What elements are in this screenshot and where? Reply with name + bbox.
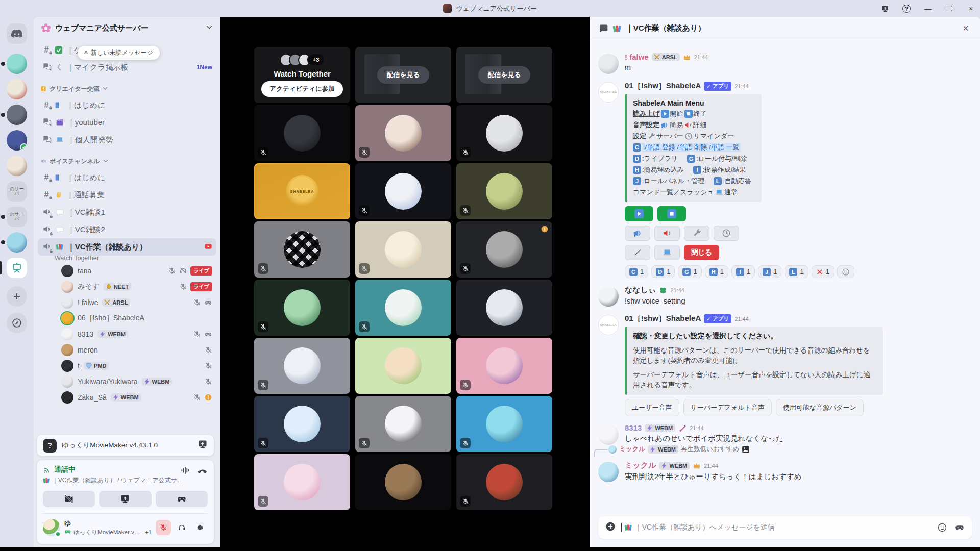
close-menu-button[interactable]: 閉じる xyxy=(684,245,719,260)
server-girl[interactable] xyxy=(7,156,27,176)
voice-member-row[interactable]: みそすNEETライブ xyxy=(38,279,216,294)
embed-button[interactable]: 使用可能な音源パターン xyxy=(776,399,864,416)
reply-context[interactable]: ミックルWEBM再生数低いおすすめ xyxy=(608,445,971,454)
plus-circle-icon[interactable] xyxy=(605,521,616,532)
author-name[interactable]: 8313 xyxy=(625,423,642,432)
user-video-tile[interactable] xyxy=(254,221,350,278)
normal-button[interactable] xyxy=(654,245,680,260)
settings-button[interactable] xyxy=(192,520,208,535)
watch-stream-button[interactable]: 配信を見る xyxy=(478,66,530,84)
user-video-tile[interactable] xyxy=(254,396,350,452)
bot-avatar[interactable]: SHABELEA xyxy=(598,82,619,103)
join-activity-button[interactable]: アクティビティに参加 xyxy=(261,81,342,97)
user-video-tile[interactable] xyxy=(456,454,552,510)
reaction[interactable]: D1 xyxy=(651,265,675,278)
smile-icon[interactable] xyxy=(937,522,947,533)
add-server-button[interactable] xyxy=(7,286,27,307)
chevron-down-icon[interactable] xyxy=(205,23,213,31)
server-kiss[interactable] xyxy=(7,232,27,253)
titlebar-close-button[interactable]: × xyxy=(966,4,976,14)
channel-｜マイクラ掲示板[interactable]: く｜マイクラ掲示板1New xyxy=(38,59,216,76)
avatar[interactable] xyxy=(598,462,619,482)
detail-voice-button[interactable] xyxy=(654,226,680,241)
user-video-tile[interactable] xyxy=(456,163,552,219)
author-name[interactable]: ! falwe xyxy=(625,53,649,61)
deafen-button[interactable] xyxy=(174,520,189,535)
simple-voice-button[interactable] xyxy=(625,226,650,241)
pad-icon[interactable] xyxy=(954,522,965,533)
activity-button[interactable] xyxy=(156,491,208,507)
user-video-tile[interactable] xyxy=(456,338,552,394)
user-avatar[interactable] xyxy=(43,519,60,536)
embed-button[interactable]: サーバーデフォルト音声 xyxy=(683,399,772,416)
voice-member-row[interactable]: Zàkø_SâWEBM xyxy=(38,389,216,405)
reminder-button[interactable] xyxy=(714,226,739,241)
avatar[interactable] xyxy=(598,424,619,445)
user-video-tile[interactable] xyxy=(254,105,350,161)
channel-｜通話募集[interactable]: #｜通話募集 xyxy=(38,186,216,204)
voice-member-row[interactable]: tanaライブ xyxy=(38,263,216,279)
server-icon-easel[interactable] xyxy=(7,258,27,278)
voice-member-row[interactable]: tPMD xyxy=(38,358,216,373)
server-dark-portrait[interactable] xyxy=(7,105,27,125)
voice-member-row[interactable]: 06［!sho］ShabeleA xyxy=(38,310,216,326)
user-video-tile[interactable] xyxy=(355,163,451,219)
reaction[interactable]: J1 xyxy=(758,265,781,278)
channel-｜VC雑談1[interactable]: ｜VC雑談1 xyxy=(38,204,216,221)
server-pixel-red[interactable] xyxy=(7,79,27,99)
close-chat-button[interactable]: × xyxy=(960,22,972,34)
user-video-tile[interactable] xyxy=(355,221,451,278)
reaction[interactable]: G1 xyxy=(678,265,701,278)
user-video-tile[interactable] xyxy=(456,396,552,452)
waveform-icon[interactable] xyxy=(180,465,190,475)
server-text-a[interactable]: のサーバ xyxy=(7,181,27,202)
start-button[interactable] xyxy=(625,206,653,221)
user-video-tile[interactable] xyxy=(355,454,451,510)
voice-member-row[interactable]: meron xyxy=(38,342,216,358)
titlebar-minimize-button[interactable]: — xyxy=(923,4,933,14)
call-channel-path[interactable]: ｜VC作業（雑談あり） / ウェブマニア公式サ… xyxy=(52,476,180,485)
server-text-b[interactable]: のサーバ xyxy=(7,207,27,227)
avatar[interactable] xyxy=(598,286,619,307)
add-reaction-button[interactable] xyxy=(837,265,854,278)
stream-tile[interactable]: 配信を見る xyxy=(456,47,552,103)
user-video-tile[interactable] xyxy=(355,280,451,336)
category-row[interactable]: ボイスチャンネル xyxy=(38,154,216,169)
unread-messages-pill[interactable]: ^新しい未読メッセージ xyxy=(78,46,160,60)
channel-｜VC雑談2[interactable]: ｜VC雑談2 xyxy=(38,221,216,238)
channel-｜個人開発勢[interactable]: ｜個人開発勢 xyxy=(38,131,216,148)
channel-｜VC作業（雑談あり）[interactable]: ｜VC作業（雑談あり） xyxy=(38,238,216,256)
user-video-tile[interactable] xyxy=(355,105,451,161)
discover-button[interactable] xyxy=(7,313,27,333)
message-input[interactable]: ｜VC作業（雑談あり）へメッセージを送信 xyxy=(598,516,972,539)
embed-button[interactable]: ユーザー音声 xyxy=(625,399,679,416)
category-row[interactable]: クリエイター交流 xyxy=(38,81,216,96)
user-video-tile[interactable] xyxy=(355,396,451,452)
author-name[interactable]: ななしぃ xyxy=(625,285,656,295)
user-video-tile[interactable] xyxy=(456,280,552,336)
reaction[interactable]: H1 xyxy=(705,265,728,278)
watch-stream-button[interactable]: 配信を見る xyxy=(377,66,429,84)
reaction[interactable]: C1 xyxy=(625,265,648,278)
voice-member-row[interactable]: 8313WEBM xyxy=(38,326,216,342)
screen-share-icon[interactable] xyxy=(198,439,208,449)
mute-button[interactable] xyxy=(156,520,171,535)
titlebar-screen-share-button[interactable] xyxy=(880,4,890,14)
voice-member-row[interactable]: Yukiwara/YukiwaraWEBM xyxy=(38,373,216,389)
user-video-tile[interactable] xyxy=(254,280,350,336)
server-settings-button[interactable] xyxy=(684,226,709,241)
user-video-tile[interactable] xyxy=(254,454,350,510)
stream-tile[interactable]: 配信を見る xyxy=(355,47,451,103)
reaction[interactable]: L1 xyxy=(785,265,808,278)
user-video-tile[interactable] xyxy=(355,338,451,394)
user-name[interactable]: ゆ xyxy=(64,519,71,527)
server-teal[interactable] xyxy=(7,54,27,74)
home-button[interactable] xyxy=(7,23,27,44)
reaction[interactable]: I1 xyxy=(731,265,755,278)
server-header[interactable]: ウェブマニア公式サーバー xyxy=(34,17,220,39)
phone-down-icon[interactable] xyxy=(198,465,208,475)
author-name[interactable]: ミックル xyxy=(625,461,656,470)
author-name[interactable]: 01［!shw］ShabeleA xyxy=(625,314,701,323)
user-video-tile[interactable] xyxy=(254,338,350,394)
camera-button[interactable] xyxy=(43,491,95,507)
